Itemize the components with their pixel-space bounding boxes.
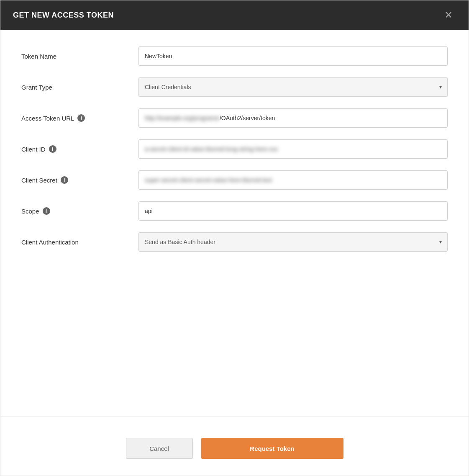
client-id-input[interactable]: a-secret-client-id-value-blurred-long-st… — [138, 139, 448, 159]
client-secret-label: Client Secret i — [21, 176, 138, 184]
access-token-url-clear-part: /OAuth2/server/token — [220, 115, 275, 121]
client-id-row: Client ID i a-secret-client-id-value-blu… — [21, 139, 448, 159]
scope-info-icon[interactable]: i — [43, 207, 50, 215]
cancel-button[interactable]: Cancel — [126, 438, 193, 459]
scope-label: Scope i — [21, 207, 138, 215]
access-token-url-info-icon[interactable]: i — [77, 114, 85, 122]
access-token-url-input[interactable]: http://example.org/programs/ /OAuth2/ser… — [138, 108, 448, 128]
footer-divider — [0, 417, 469, 417]
token-name-row: Token Name — [21, 46, 448, 66]
client-auth-select[interactable]: Send as Basic Auth header Send client cr… — [138, 232, 448, 252]
scope-input[interactable] — [138, 201, 448, 221]
modal-title: GET NEW ACCESS TOKEN — [13, 11, 114, 20]
client-secret-input[interactable]: super-secret-client-secret-value-here-bl… — [138, 170, 448, 190]
modal-footer: Cancel Request Token — [0, 430, 469, 476]
grant-type-wrapper: Client Credentials Authorization Code Im… — [138, 77, 448, 97]
client-secret-blurred-value: super-secret-client-secret-value-here-bl… — [145, 177, 272, 183]
modal-container: GET NEW ACCESS TOKEN ✕ Token Name Grant … — [0, 0, 469, 476]
modal-header: GET NEW ACCESS TOKEN ✕ — [0, 0, 469, 30]
scope-row: Scope i — [21, 201, 448, 221]
access-token-url-label: Access Token URL i — [21, 114, 138, 122]
client-secret-info-icon[interactable]: i — [61, 176, 68, 184]
grant-type-label: Grant Type — [21, 84, 138, 91]
token-name-label: Token Name — [21, 53, 138, 60]
client-auth-wrapper: Send as Basic Auth header Send client cr… — [138, 232, 448, 252]
client-auth-row: Client Authentication Send as Basic Auth… — [21, 232, 448, 252]
client-id-label: Client ID i — [21, 145, 138, 153]
grant-type-row: Grant Type Client Credentials Authorizat… — [21, 77, 448, 97]
modal-body: Token Name Grant Type Client Credentials… — [0, 30, 469, 417]
client-secret-row: Client Secret i super-secret-client-secr… — [21, 170, 448, 190]
access-token-url-blurred-part: http://example.org/programs/ — [145, 115, 220, 121]
grant-type-select[interactable]: Client Credentials Authorization Code Im… — [138, 77, 448, 97]
client-auth-label: Client Authentication — [21, 239, 138, 246]
client-id-info-icon[interactable]: i — [49, 145, 56, 153]
access-token-url-row: Access Token URL i http://example.org/pr… — [21, 108, 448, 128]
client-id-blurred-value: a-secret-client-id-value-blurred-long-st… — [145, 146, 278, 152]
token-name-input[interactable] — [138, 46, 448, 66]
request-token-button[interactable]: Request Token — [201, 438, 343, 459]
close-button[interactable]: ✕ — [441, 8, 456, 22]
